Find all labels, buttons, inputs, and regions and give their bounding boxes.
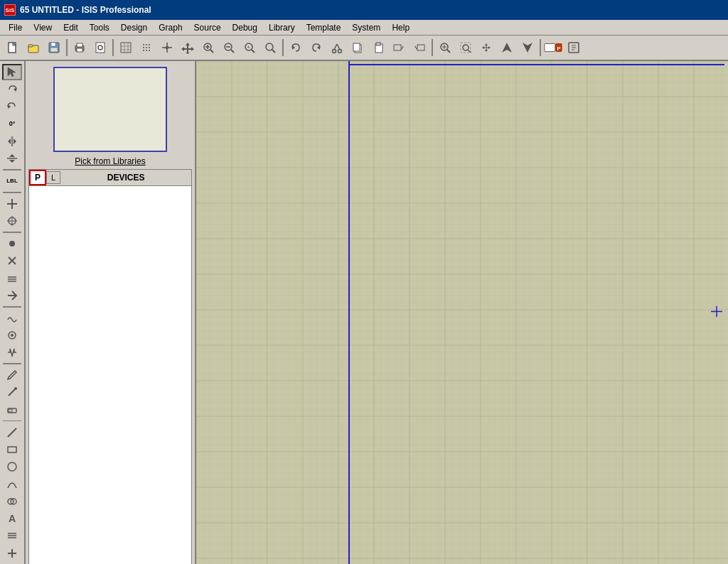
tag-right-button[interactable] [389, 38, 409, 58]
select-tool[interactable] [2, 64, 22, 80]
erase-tool[interactable] [2, 402, 22, 418]
menu-tools[interactable]: Tools [84, 21, 115, 34]
pick-device-button[interactable]: P [543, 38, 563, 58]
svg-point-23 [143, 50, 144, 51]
junction-tool[interactable] [2, 236, 22, 251]
line-tool[interactable] [2, 424, 22, 440]
toggle-grid-button[interactable] [116, 38, 136, 58]
origin-button[interactable] [157, 38, 177, 58]
svg-point-101 [8, 462, 16, 471]
svg-line-95 [9, 389, 16, 396]
move-button[interactable] [178, 38, 198, 58]
angle-display[interactable]: 0° [2, 116, 22, 131]
text-tool[interactable]: A [2, 511, 22, 526]
mirror-h-tool[interactable] [2, 134, 22, 149]
svg-line-47 [337, 44, 340, 50]
menu-debug[interactable]: Debug [227, 21, 263, 34]
svg-rect-52 [394, 45, 401, 50]
menu-help[interactable]: Help [386, 21, 415, 34]
svg-rect-5 [51, 43, 55, 46]
svg-marker-79 [9, 154, 15, 157]
place-tool[interactable] [2, 213, 22, 229]
paste2-button[interactable] [368, 38, 388, 58]
zoom-all-button[interactable] [260, 38, 280, 58]
svg-line-99 [8, 428, 16, 437]
menu-bar: File View Edit Tools Design Graph Source… [0, 20, 728, 36]
view-model-button[interactable] [564, 38, 584, 58]
marker-tool[interactable] [2, 384, 22, 400]
p-tab[interactable]: P [29, 170, 46, 185]
preview-box [53, 67, 167, 152]
pencil-tool[interactable] [2, 367, 22, 383]
menu-source[interactable]: Source [188, 21, 227, 34]
menu-system[interactable]: System [346, 21, 386, 34]
open-button[interactable] [23, 38, 43, 58]
cut-button[interactable] [327, 38, 347, 58]
svg-line-31 [210, 50, 213, 53]
arrow-tool[interactable] [2, 288, 22, 303]
show-grid-button[interactable] [136, 38, 156, 58]
print-preview-button[interactable] [90, 38, 110, 58]
menu-graph[interactable]: Graph [153, 21, 188, 34]
svg-point-40 [266, 43, 273, 50]
redo-button[interactable] [306, 38, 326, 58]
new-button[interactable] [3, 38, 23, 58]
svg-line-46 [334, 44, 337, 50]
palette-sep-4 [3, 306, 21, 308]
pick-libraries-link[interactable]: Pick from Libraries [26, 155, 195, 169]
undo-button[interactable] [286, 38, 306, 58]
devices-list[interactable] [29, 186, 191, 564]
app-icon: SiS [4, 4, 16, 16]
mirror-v-tool[interactable] [2, 151, 22, 166]
circle-tool[interactable] [2, 459, 22, 474]
svg-marker-74 [8, 104, 11, 109]
svg-marker-72 [8, 67, 16, 77]
l-tab[interactable]: L [46, 171, 60, 184]
svg-point-24 [146, 50, 147, 51]
menu-template[interactable]: Template [301, 21, 347, 34]
rotate-cw-tool[interactable] [2, 82, 22, 97]
menu-design[interactable]: Design [115, 21, 153, 34]
svg-point-20 [143, 47, 144, 48]
zoom-in-button[interactable]: + [240, 38, 259, 58]
save-button[interactable] [44, 38, 64, 58]
menu-edit[interactable]: Edit [58, 21, 84, 34]
sep3 [282, 39, 284, 56]
svg-rect-100 [8, 447, 16, 452]
canvas-area[interactable] [196, 61, 728, 564]
curve-tool[interactable] [2, 494, 22, 509]
devices-title: DEVICES [60, 170, 191, 185]
generator-tool[interactable] [2, 345, 22, 360]
main-layout: 0° LBL [0, 61, 728, 564]
zoom-in-area-button[interactable] [198, 38, 218, 58]
svg-line-41 [272, 50, 275, 53]
no-connect-tool[interactable] [2, 253, 22, 269]
rect-tool[interactable] [2, 442, 22, 457]
arrow2-button[interactable] [518, 38, 537, 58]
add-tool[interactable] [2, 546, 22, 561]
zoom-view-button[interactable] [435, 38, 455, 58]
menu-library[interactable]: Library [263, 21, 301, 34]
pan-button[interactable] [476, 38, 496, 58]
arrow1-button[interactable] [497, 38, 517, 58]
copy-button[interactable] [348, 38, 368, 58]
svg-marker-64 [523, 43, 532, 53]
svg-marker-55 [414, 45, 417, 50]
print-button[interactable] [70, 38, 90, 58]
palette-sep-1 [3, 169, 21, 170]
menu-file[interactable]: File [3, 21, 28, 34]
menu-view[interactable]: View [28, 21, 58, 34]
arc-tool[interactable] [2, 476, 22, 492]
tag-left-button[interactable] [410, 38, 429, 58]
zoom-area2-button[interactable] [456, 38, 476, 58]
wire-tool[interactable] [2, 196, 22, 212]
wave-tool[interactable] [2, 310, 22, 326]
probe-tool[interactable] [2, 327, 22, 343]
svg-line-35 [231, 50, 234, 53]
bus-tool[interactable] [2, 270, 22, 286]
rotate-ccw-tool[interactable] [2, 99, 22, 114]
symbol-tool[interactable] [2, 528, 22, 543]
sep4 [432, 39, 433, 56]
label-tool[interactable]: LBL [2, 173, 22, 189]
zoom-out-button[interactable] [219, 38, 239, 58]
